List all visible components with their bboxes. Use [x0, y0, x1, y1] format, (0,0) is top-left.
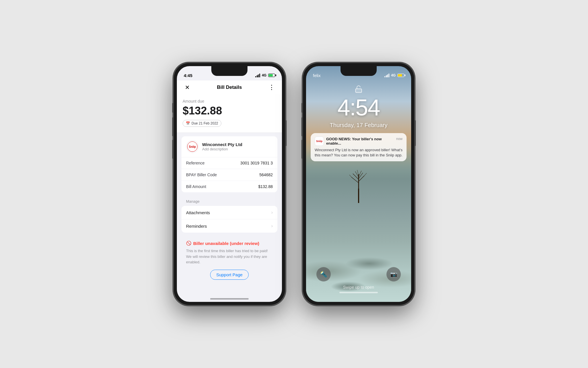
- reference-label: Reference: [186, 161, 205, 165]
- bpay-row: BPAY Biller Code 564682: [181, 169, 277, 181]
- notification-header: Sniip now GOOD NEWS: Your biller's now e…: [315, 137, 403, 146]
- mute-button-2[interactable]: [301, 103, 303, 113]
- ls-signal-bars-icon: [384, 74, 389, 77]
- notification-content: now GOOD NEWS: Your biller's now enable.…: [326, 137, 403, 145]
- manage-card: Attachments › Reminders ›: [181, 206, 277, 233]
- home-indicator: [210, 298, 249, 300]
- volume-up-button[interactable]: [172, 117, 173, 136]
- battery-fill: [269, 74, 273, 76]
- amount-value: $132.88: [183, 105, 276, 117]
- unavailable-description: This is the first time this biller has t…: [186, 248, 273, 265]
- volume-down-button-2[interactable]: [301, 140, 303, 159]
- tree-branches-svg: [347, 168, 370, 189]
- lockscreen-status-bar: felix 4G: [306, 66, 411, 80]
- status-icons: 4G: [255, 73, 275, 77]
- due-date-badge: 📅 Due 21 Feb 2022: [183, 120, 221, 127]
- torch-button[interactable]: 🔦: [316, 267, 331, 281]
- manage-section: Manage Attachments › Reminders ›: [181, 199, 277, 233]
- signal-bar-3: [258, 74, 259, 77]
- chevron-right-icon: ›: [271, 210, 273, 215]
- bill-content: ✕ Bill Details ⋮ Amount due $132.88 📅 Du…: [177, 80, 282, 302]
- swipe-hint: Swipe up to open: [306, 285, 411, 290]
- svg-line-1: [351, 177, 359, 183]
- bill-title: Bill Details: [217, 85, 242, 90]
- biller-text: Winconnect Pty Ltd Add description: [202, 142, 242, 151]
- manage-label: Manage: [181, 199, 277, 206]
- reference-row: Reference 3001 3019 7831 3: [181, 157, 277, 169]
- reference-value: 3001 3019 7831 3: [240, 161, 273, 165]
- battery-icon: [268, 74, 275, 77]
- camera-button[interactable]: 📷: [386, 267, 401, 281]
- ls-battery-icon: [397, 74, 404, 77]
- bpay-value: 564682: [259, 172, 273, 177]
- attachments-row[interactable]: Attachments ›: [181, 206, 277, 219]
- phone-bill-details: 4:45 4G: [173, 63, 285, 305]
- amount-due-label: Amount due: [183, 99, 276, 103]
- lock-icon-wrap: [306, 80, 411, 93]
- tree-trunk: [358, 189, 359, 203]
- scene: 4:45 4G: [0, 0, 588, 368]
- svg-line-6: [359, 171, 361, 177]
- chevron-right-icon-2: ›: [271, 223, 273, 229]
- lockscreen-bottom: 🔦 📷 Swipe up to open: [306, 267, 411, 293]
- lock-icon: [355, 85, 363, 93]
- bill-amount-value: $132.88: [258, 184, 273, 189]
- bill-header: ✕ Bill Details ⋮: [177, 80, 282, 94]
- biller-logo: Sniip: [186, 140, 199, 153]
- signal-bar-2: [257, 75, 258, 77]
- biller-info: Sniip Winconnect Pty Ltd Add description: [181, 136, 277, 157]
- mute-button[interactable]: [172, 103, 173, 113]
- status-time: 4:45: [184, 73, 192, 78]
- calendar-icon: 📅: [186, 121, 190, 125]
- unavailable-icon: 🚫: [186, 241, 192, 246]
- lockscreen-quick-actions: 🔦 📷: [306, 267, 411, 281]
- biller-unavailable-section: 🚫 Biller unavailable (under review) This…: [181, 236, 277, 284]
- lockscreen-date: Thursday, 17 February: [306, 122, 411, 129]
- bpay-label: BPAY Biller Code: [186, 172, 217, 177]
- signal-bars-icon: [255, 74, 260, 77]
- biller-card: Sniip Winconnect Pty Ltd Add description…: [181, 136, 277, 192]
- ls-signal-bar-4: [388, 74, 389, 77]
- notch: [211, 66, 247, 76]
- bill-amount-row: Bill Amount $132.88: [181, 181, 277, 192]
- attachments-label: Attachments: [186, 210, 210, 215]
- network-type: 4G: [262, 73, 266, 77]
- ls-signal-bar-2: [386, 75, 387, 77]
- svg-line-9: [364, 173, 367, 176]
- biller-name: Winconnect Pty Ltd: [202, 142, 242, 147]
- unavailable-title-text: Biller unavailable (under review): [193, 241, 259, 246]
- svg-rect-10: [356, 89, 362, 93]
- signal-bar-4: [259, 74, 260, 77]
- notification-app-icon: Sniip: [315, 137, 324, 146]
- due-date-text: Due 21 Feb 2022: [192, 121, 218, 125]
- notification-card[interactable]: Sniip now GOOD NEWS: Your biller's now e…: [311, 133, 407, 161]
- ls-signal-bar-3: [387, 74, 388, 77]
- biller-logo-text: Sniip: [187, 141, 198, 152]
- volume-up-button-2[interactable]: [301, 117, 303, 136]
- notification-title: GOOD NEWS: Your biller's now enable...: [326, 137, 403, 145]
- ls-network-type: 4G: [391, 73, 396, 77]
- more-options-button[interactable]: ⋮: [267, 83, 276, 92]
- svg-line-8: [349, 175, 351, 177]
- ls-signal-bar-1: [384, 76, 385, 77]
- biller-description: Add description: [202, 147, 242, 151]
- power-button[interactable]: [285, 120, 287, 146]
- torch-icon: 🔦: [320, 271, 327, 278]
- reminders-label: Reminders: [186, 224, 207, 229]
- support-page-button[interactable]: Support Page: [210, 270, 249, 280]
- amount-section: Amount due $132.88 📅 Due 21 Feb 2022: [177, 94, 282, 133]
- notification-body: Winconnect Pty Ltd is now an approved bi…: [315, 147, 403, 158]
- power-button-2[interactable]: [415, 120, 416, 146]
- volume-down-button[interactable]: [172, 140, 173, 159]
- tree-top: [347, 168, 370, 189]
- home-indicator-2: [339, 292, 378, 293]
- close-button[interactable]: ✕: [183, 83, 192, 92]
- reminders-row[interactable]: Reminders ›: [181, 219, 277, 233]
- phone2-screen: felix 4G: [306, 66, 411, 302]
- camera-icon: 📷: [390, 271, 397, 278]
- lockscreen-time: 4:54: [306, 94, 411, 121]
- ls-status-icons: 4G: [384, 73, 404, 77]
- ls-battery-fill: [398, 74, 402, 76]
- bill-amount-label: Bill Amount: [186, 184, 206, 189]
- svg-line-2: [359, 176, 364, 181]
